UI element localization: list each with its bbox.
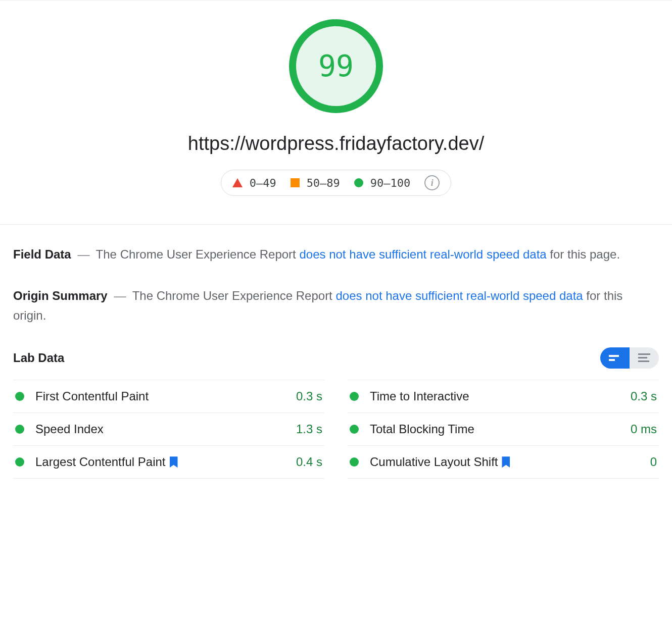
square-icon <box>291 178 300 187</box>
field-data-link[interactable]: does not have sufficient real-world spee… <box>299 247 546 261</box>
view-toggle-summary[interactable] <box>600 347 630 369</box>
legend-average: 50–89 <box>291 177 340 189</box>
summary-view-icon <box>609 354 621 362</box>
performance-score: 99 <box>285 16 387 117</box>
triangle-icon <box>232 178 243 187</box>
metric-value: 0 <box>650 455 657 469</box>
metric-value: 0.3 s <box>296 389 322 403</box>
metric-row[interactable]: Cumulative Layout Shift0 <box>348 445 659 479</box>
metric-label: Largest Contentful Paint <box>35 455 296 469</box>
svg-rect-5 <box>638 357 647 358</box>
metric-label: First Contentful Paint <box>35 389 296 403</box>
separator-dash: — <box>77 247 89 261</box>
metric-status-icon <box>15 392 24 401</box>
score-legend: 0–49 50–89 90–100 i <box>221 170 452 196</box>
legend-good-range: 90–100 <box>370 177 410 189</box>
metric-label: Speed Index <box>35 422 296 436</box>
info-icon[interactable]: i <box>424 175 440 190</box>
metric-row[interactable]: First Contentful Paint0.3 s <box>13 380 324 413</box>
metric-value: 0 ms <box>631 422 657 436</box>
metric-label: Time to Interactive <box>370 389 631 403</box>
origin-summary-link[interactable]: does not have sufficient real-world spee… <box>335 289 583 302</box>
svg-rect-4 <box>638 353 650 355</box>
legend-poor: 0–49 <box>232 177 276 189</box>
view-toggle <box>600 347 659 369</box>
origin-summary-heading: Origin Summary <box>13 289 108 302</box>
metric-status-icon <box>15 425 24 434</box>
separator-dash: — <box>114 289 126 302</box>
bookmark-icon <box>502 456 510 468</box>
lab-metrics: First Contentful Paint0.3 sSpeed Index1.… <box>13 380 659 479</box>
performance-gauge: 99 <box>285 16 387 117</box>
metric-row[interactable]: Speed Index1.3 s <box>13 413 324 445</box>
svg-rect-2 <box>609 355 619 357</box>
metric-value: 1.3 s <box>296 422 322 436</box>
detailed-view-icon <box>638 353 650 363</box>
legend-good: 90–100 <box>354 177 410 189</box>
legend-poor-range: 0–49 <box>250 177 276 189</box>
svg-rect-6 <box>638 361 649 362</box>
metric-row[interactable]: Time to Interactive0.3 s <box>348 380 659 413</box>
legend-average-range: 50–89 <box>307 177 340 189</box>
metric-label: Total Blocking Time <box>370 422 631 436</box>
origin-summary-section: Origin Summary — The Chrome User Experie… <box>13 286 659 325</box>
metric-row[interactable]: Total Blocking Time0 ms <box>348 413 659 445</box>
audited-url: https://wordpress.fridayfactory.dev/ <box>0 133 672 155</box>
lab-data-heading: Lab Data <box>13 351 64 365</box>
svg-rect-3 <box>609 359 615 361</box>
metric-status-icon <box>350 392 359 401</box>
metric-value: 0.4 s <box>296 455 322 469</box>
metric-row[interactable]: Largest Contentful Paint0.4 s <box>13 445 324 479</box>
field-data-section: Field Data — The Chrome User Experience … <box>13 245 659 264</box>
metric-status-icon <box>15 457 24 467</box>
field-data-heading: Field Data <box>13 247 71 261</box>
field-data-text-suffix: for this page. <box>547 247 620 261</box>
origin-summary-text-prefix: The Chrome User Experience Report <box>132 289 336 302</box>
field-data-text-prefix: The Chrome User Experience Report <box>96 247 300 261</box>
metric-status-icon <box>350 457 359 467</box>
view-toggle-detailed[interactable] <box>630 347 659 369</box>
bookmark-icon <box>170 456 178 468</box>
metric-status-icon <box>350 425 359 434</box>
circle-icon <box>354 178 363 187</box>
metric-label: Cumulative Layout Shift <box>370 455 650 469</box>
metric-value: 0.3 s <box>631 389 657 403</box>
